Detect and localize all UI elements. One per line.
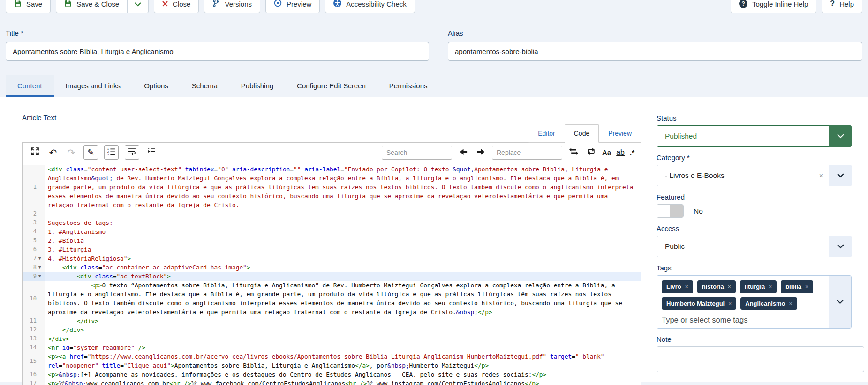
line-gutter[interactable]: 14 (23, 343, 45, 352)
remove-tag-icon[interactable]: × (685, 284, 688, 290)
code-line[interactable]: 3Sugestões de tags: (23, 218, 641, 227)
code-line[interactable]: 52. #Bíblia (23, 236, 641, 245)
code-line[interactable]: 9▼ <div class="ac-textBlock"> (23, 272, 641, 281)
toggle-inline-help-button[interactable]: ? Toggle Inline Help (731, 0, 816, 13)
category-select[interactable]: - Livros e E-Books × (657, 165, 852, 186)
fold-icon[interactable]: ▼ (38, 272, 45, 281)
save-close-button[interactable]: Save & Close (56, 0, 128, 13)
code-line[interactable]: 8▼ <div class="ac-container ac-adaptiveC… (23, 263, 641, 272)
line-gutter[interactable]: 13 (23, 334, 45, 343)
code-line[interactable]: 15<p><a href="https://www.ceanglicanos.c… (23, 352, 641, 370)
fullscreen-button[interactable] (29, 146, 41, 159)
line-gutter[interactable]: 6 (23, 245, 45, 254)
fold-icon[interactable]: ▼ (38, 254, 45, 263)
status-select[interactable]: Published (657, 125, 852, 147)
save-button[interactable]: Save (6, 0, 51, 13)
code-line[interactable]: 14<hr id="system-readmore" /> (23, 343, 641, 352)
remove-tag-icon[interactable]: × (805, 284, 808, 290)
featured-toggle[interactable] (657, 204, 684, 218)
preview-button[interactable]: Preview (265, 0, 320, 13)
code-line[interactable]: 17<p>🕊&nbsp;www.ceanglicanos.com.br<br /… (23, 379, 641, 385)
tags-dropdown-button[interactable] (829, 276, 851, 328)
line-numbers-button[interactable]: 123 (104, 145, 119, 160)
line-number: 2 (23, 209, 38, 218)
view-tab-editor[interactable]: Editor (528, 124, 565, 143)
view-tab-preview[interactable]: Preview (599, 124, 641, 143)
cm-toolbar: ↶ ↷ ✎ 123 Aa ab .* (23, 143, 641, 162)
match-case-button[interactable]: Aa (602, 148, 611, 156)
line-gutter[interactable]: 1 (23, 165, 45, 209)
close-label: Close (173, 0, 190, 8)
code-area[interactable]: 1<div class="content user-select-text" t… (23, 162, 641, 385)
code-line[interactable]: 11 </div> (23, 316, 641, 325)
remove-tag-icon[interactable]: × (789, 300, 793, 307)
whole-word-button[interactable]: ab (616, 148, 625, 157)
tab-options[interactable]: Options (132, 75, 180, 97)
line-gutter[interactable]: 16 (23, 370, 45, 379)
line-gutter[interactable]: 15 (23, 352, 45, 370)
help-button[interactable]: ? Help (822, 0, 862, 13)
line-gutter[interactable]: 9▼ (23, 272, 45, 281)
replace-input[interactable] (492, 146, 562, 160)
alias-input[interactable] (448, 42, 862, 61)
fold-icon[interactable]: ▼ (38, 263, 45, 272)
note-input[interactable] (657, 346, 864, 372)
line-gutter[interactable]: 12 (23, 325, 45, 334)
access-select[interactable]: Public (657, 236, 852, 257)
content-card: Article Text Editor Code Preview ↶ ↷ ✎ 1… (0, 97, 868, 382)
save-close-dropdown-button[interactable] (128, 0, 149, 13)
tab-publishing[interactable]: Publishing (229, 75, 285, 97)
code-line[interactable]: 41. #Anglicanismo (23, 227, 641, 236)
line-gutter[interactable]: 17 (23, 379, 45, 385)
tags-box[interactable]: Livro×história×liturgia×bíblia×Humberto … (657, 275, 852, 329)
tab-schema[interactable]: Schema (180, 75, 229, 97)
remove-tag-icon[interactable]: × (769, 284, 772, 290)
close-button[interactable]: Close (154, 0, 199, 13)
code-line[interactable]: 10 <p>O texto “Apontamentos sobre Bíblia… (23, 281, 641, 316)
code-line[interactable]: 2 (23, 209, 641, 218)
code-line[interactable]: 12 </div> (23, 325, 641, 334)
code-line[interactable]: 13</div> (23, 334, 641, 343)
title-input[interactable] (6, 42, 429, 61)
versions-button[interactable]: Versions (204, 0, 260, 13)
line-gutter[interactable]: 2 (23, 209, 45, 218)
replace-all-button[interactable] (585, 146, 597, 159)
code-line[interactable]: 16<p>&nbsp;[+] Acompanhe as novidades, i… (23, 370, 641, 379)
undo-button[interactable]: ↶ (47, 146, 59, 159)
view-tab-code[interactable]: Code (565, 124, 599, 143)
replace-button[interactable] (567, 146, 580, 159)
tab-content[interactable]: Content (6, 75, 54, 97)
line-gutter[interactable]: 3 (23, 218, 45, 227)
code-line[interactable]: 63. #Liturgia (23, 245, 641, 254)
code-line[interactable]: 1<div class="content user-select-text" t… (23, 165, 641, 209)
clear-icon[interactable]: × (819, 172, 823, 179)
find-next-button[interactable] (475, 146, 487, 159)
tab-images-and-links[interactable]: Images and Links (54, 75, 133, 97)
line-number: 1 (23, 183, 38, 192)
tab-permissions[interactable]: Permissions (377, 75, 439, 97)
tab-configure-edit-screen[interactable]: Configure Edit Screen (285, 75, 377, 97)
remove-tag-icon[interactable]: × (728, 284, 731, 290)
redo-button[interactable]: ↷ (65, 146, 77, 159)
accessibility-check-button[interactable]: Accessibility Check (325, 0, 415, 13)
line-gutter[interactable]: 8▼ (23, 263, 45, 272)
view-tabs: Editor Code Preview (528, 124, 641, 143)
line-gutter[interactable]: 7▼ (23, 254, 45, 263)
help-circle-icon: ? (739, 0, 747, 8)
line-number: 7 (23, 254, 38, 263)
line-gutter[interactable]: 4 (23, 227, 45, 236)
find-previous-button[interactable] (457, 146, 469, 159)
code-line[interactable]: 7▼4. #HistóriaReligiosa"> (23, 254, 641, 263)
line-gutter[interactable]: 10 (23, 281, 45, 316)
remove-tag-icon[interactable]: × (728, 300, 732, 307)
wrap-lines-button[interactable] (125, 145, 139, 160)
highlight-pen-button[interactable]: ✎ (83, 145, 98, 160)
regex-button[interactable]: .* (630, 148, 634, 156)
line-number: 8 (23, 263, 38, 272)
line-gutter[interactable]: 11 (23, 316, 45, 325)
search-input[interactable] (382, 146, 452, 160)
tag-pill: Anglicanismo× (740, 297, 797, 310)
tags-input-placeholder[interactable]: Type or select some tags (662, 316, 823, 324)
line-gutter[interactable]: 5 (23, 236, 45, 245)
indent-button[interactable] (145, 146, 158, 159)
